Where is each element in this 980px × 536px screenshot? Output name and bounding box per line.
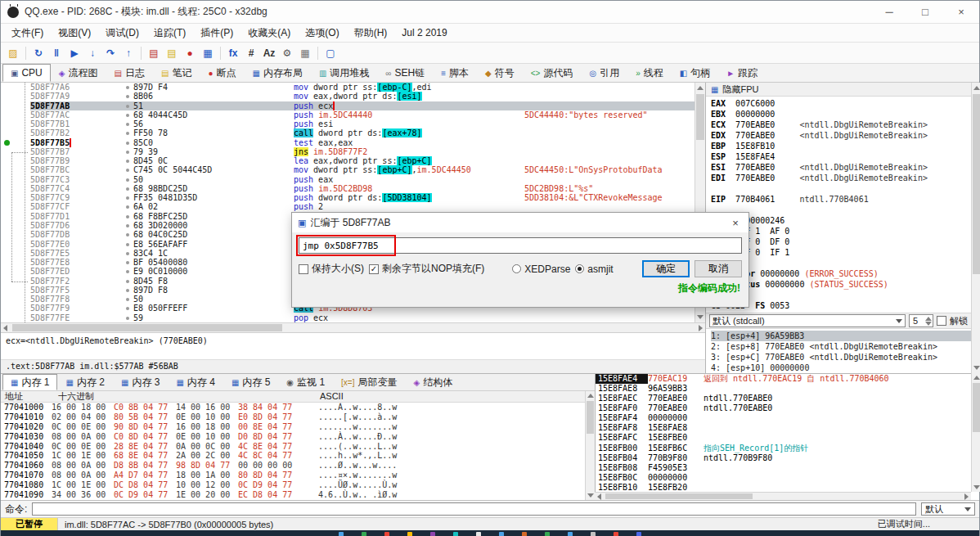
taskbar-app-icon[interactable] <box>545 532 550 536</box>
disasm-row[interactable]: 5D8F77C350push eax <box>1 175 695 184</box>
dump-vertical-scrollbar[interactable] <box>585 391 595 500</box>
taskbar-app-icon[interactable] <box>522 532 527 536</box>
log-icon[interactable]: ▤ <box>145 45 163 61</box>
calling-convention-dropdown[interactable]: 默认 (stdcall) <box>709 314 906 327</box>
taskbar-app-icon[interactable] <box>614 532 618 536</box>
register-row[interactable]: LastStatus 00000000 (STATUS_SUCCESS) <box>711 279 980 290</box>
breakpoint-gutter[interactable] <box>1 295 30 304</box>
stack-row[interactable]: 15E8FAF0770EABE0ntdll.770EABE0 <box>596 403 971 413</box>
register-row[interactable]: EAX 007C6000 <box>711 98 980 109</box>
preferences-icon[interactable]: ⚙ <box>278 45 296 61</box>
main-tab-10[interactable]: <>源代码 <box>523 64 582 82</box>
breakpoint-gutter[interactable] <box>1 175 30 184</box>
breakpoint-gutter[interactable] <box>1 184 30 193</box>
menu-item[interactable]: 文件(F) <box>4 24 51 42</box>
main-tab-3[interactable]: ▤笔记 <box>153 64 200 82</box>
menu-item[interactable]: 追踪(T) <box>146 24 193 42</box>
register-row[interactable]: EDI 770EABE0 <ntdll.DbgUiRemoteBreakin> <box>711 173 980 183</box>
stack-row[interactable]: 15E8FAE896A59BB3 <box>596 384 971 394</box>
notes-icon[interactable]: ▤ <box>163 45 181 61</box>
open-file-icon[interactable]: ▨ <box>4 45 22 61</box>
register-row[interactable]: OF 0 SF 0 DF 0 <box>711 236 980 247</box>
breakpoint-gutter[interactable] <box>1 193 30 202</box>
disasm-row[interactable]: 5D8F77CF6A 02push 2 <box>1 202 695 211</box>
register-row[interactable]: EBX 00000000 <box>711 109 980 119</box>
dump-row[interactable]: 7704100016 00 18 00C0 8B 04 7714 00 16 0… <box>1 403 585 412</box>
breakpoint-gutter[interactable] <box>1 110 30 119</box>
memory-dump-panel[interactable]: 地址 十六进制 ASCII 7704100016 00 18 00C0 8B 0… <box>1 391 585 500</box>
stack-vertical-scrollbar[interactable] <box>971 373 980 492</box>
hash-icon[interactable]: # <box>242 45 260 61</box>
main-tab-12[interactable]: »线程 <box>627 64 672 82</box>
stack-row[interactable]: 15E8FB04770B9F80ntdll.770B9F80 <box>596 453 971 463</box>
disasm-row[interactable]: 5D8F77B156push esi <box>1 119 695 128</box>
taskbar-app-icon[interactable] <box>499 532 504 536</box>
breakpoint-gutter[interactable] <box>1 267 30 276</box>
close-button[interactable]: × <box>943 1 979 24</box>
dump-row[interactable]: 7704103008 00 0A 00C0 8D 04 770E 00 10 0… <box>1 432 585 442</box>
register-row[interactable]: EDX 770EABE0 <ntdll.DbgUiRemoteBreakin> <box>711 130 980 141</box>
dump-row[interactable]: 7704109034 00 36 000C D9 04 771E 00 20 0… <box>1 490 585 500</box>
keep-size-checkbox[interactable]: 保持大小(S) <box>299 262 364 276</box>
register-row[interactable]: ECX 770EABE0 <ntdll.DbgUiRemoteBreakin> <box>711 119 980 130</box>
nop-fill-checkbox[interactable]: 剩余字节以NOP填充(F) <box>369 262 484 276</box>
function-icon[interactable]: fx <box>224 45 242 61</box>
register-row[interactable]: GS 002B FS 0053 <box>711 300 980 311</box>
main-tab-14[interactable]: ►跟踪 <box>718 64 766 82</box>
stack-row[interactable]: 15E8FAF815E8FAE8 <box>596 423 971 433</box>
disasm-row[interactable]: 5D8F77B98D45 0Clea eax,dword ptr ss:[ebp… <box>1 156 695 165</box>
unlock-checkbox[interactable] <box>937 316 946 326</box>
breakpoint-gutter[interactable] <box>1 202 30 211</box>
main-tab-5[interactable]: ▦内存布局 <box>244 64 310 82</box>
dump-tab-4[interactable]: ▦内存 5 <box>223 374 278 390</box>
stack-row[interactable]: 15E8FAEC770EABE0ntdll.770EABE0 <box>596 394 971 403</box>
menu-item[interactable]: 视图(V) <box>51 24 98 42</box>
main-tab-7[interactable]: ∞SEH链 <box>377 64 433 82</box>
disasm-horizontal-scrollbar[interactable] <box>1 322 705 332</box>
register-row[interactable] <box>711 205 980 215</box>
stack-argument-row[interactable]: 4: [esp+10] 00000000 <box>711 363 980 373</box>
breakpoint-gutter[interactable] <box>1 156 30 165</box>
stack-row[interactable]: 15E8FAFC15E8FBE0 <box>596 433 971 443</box>
breakpoint-gutter[interactable] <box>1 304 30 313</box>
breakpoint-gutter[interactable] <box>1 221 30 230</box>
dump-tab-1[interactable]: ▦内存 2 <box>57 374 112 390</box>
dump-row[interactable]: 7704101002 00 04 0080 5B 04 770E 00 10 0… <box>1 412 585 422</box>
dialog-close-icon[interactable]: × <box>722 213 748 232</box>
register-row[interactable]: ESI 770EABE0 <ntdll.DbgUiRemoteBreakin> <box>711 162 980 173</box>
register-row[interactable]: EIP 770B4061 ntdll.770B4061 <box>711 194 980 205</box>
step-into-icon[interactable]: ↓ <box>83 45 101 61</box>
taskbar-app-icon[interactable] <box>339 532 344 536</box>
taskbar-app-icon[interactable] <box>636 532 641 536</box>
main-tab-4[interactable]: ●断点 <box>200 64 244 82</box>
breakpoint-gutter[interactable] <box>1 138 30 147</box>
dump-row[interactable]: 7704107008 00 0A 00A4 D7 04 7718 00 1A 0… <box>1 471 585 480</box>
strings-icon[interactable]: Az <box>260 45 278 61</box>
stack-argument-row[interactable]: 1: [esp+4] 96A59BB3 <box>711 331 980 341</box>
breakpoint-gutter[interactable] <box>1 249 30 258</box>
dump-row[interactable]: 7704106008 00 0A 00D8 8B 04 7798 8D 04 7… <box>1 461 585 471</box>
pause-icon[interactable]: ‖ <box>47 45 65 61</box>
registers-vertical-scrollbar[interactable] <box>971 83 980 373</box>
asmjit-radio[interactable]: asmjit <box>575 263 613 275</box>
stack-horizontal-scrollbar[interactable] <box>595 492 971 500</box>
register-row[interactable]: EBP 15E8FB10 <box>711 141 980 151</box>
register-row[interactable]: EFLAGS 00000246 <box>711 215 980 226</box>
register-row[interactable]: LastError 00000000 (ERROR_SUCCESS) <box>711 268 980 279</box>
menu-item[interactable]: 插件(P) <box>193 24 241 42</box>
dump-row[interactable]: 770410200C 00 0E 0090 8D 04 7716 00 18 0… <box>1 422 585 432</box>
cancel-button[interactable]: 取消 <box>695 260 742 277</box>
disasm-row[interactable]: 5D8F77C9FF35 0481D35Dpush dword ptr ds:[… <box>1 193 695 202</box>
dump-row[interactable]: 770410801C 00 1E 00DC D8 04 7710 00 12 0… <box>1 480 585 490</box>
dump-tab-5[interactable]: ◉监视 1 <box>278 374 333 390</box>
breakpoint-gutter[interactable] <box>1 240 30 249</box>
breakpoint-gutter[interactable] <box>1 212 30 221</box>
breakpoint-gutter[interactable] <box>1 313 30 322</box>
stack-row[interactable]: 15E8FAF400000000 <box>596 413 971 423</box>
disasm-row[interactable]: 5D8F77C468 98BDC25Dpush im.5DC2BD985DC2B… <box>1 184 695 193</box>
main-tab-13[interactable]: ◧句柄 <box>672 64 718 82</box>
taskbar-app-icon[interactable] <box>591 532 596 536</box>
ok-button[interactable]: 确定 <box>642 260 690 277</box>
memory-map-icon[interactable]: ▦ <box>199 45 217 61</box>
taskbar-app-icon[interactable] <box>384 532 389 536</box>
